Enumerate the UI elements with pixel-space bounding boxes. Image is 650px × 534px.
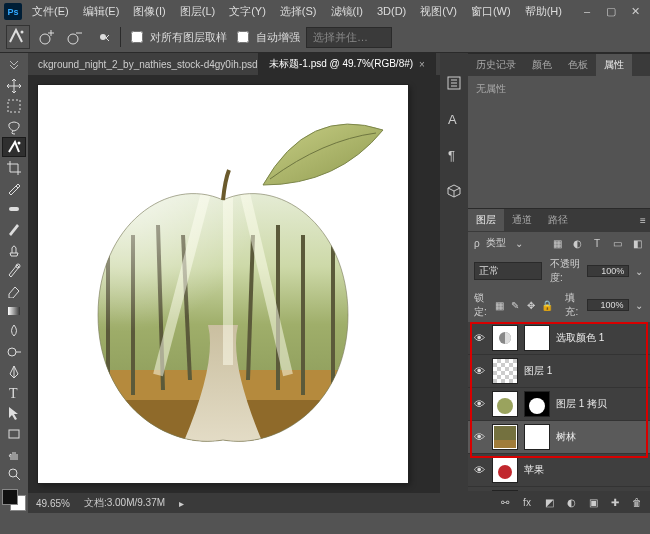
layer-name[interactable]: 图层 1: [524, 364, 552, 378]
lasso-tool[interactable]: [2, 116, 26, 136]
close-icon[interactable]: ×: [419, 59, 425, 70]
zoom-tool[interactable]: [2, 464, 26, 484]
history-panel-icon[interactable]: [444, 73, 464, 93]
menu-help[interactable]: 帮助(H): [521, 4, 566, 19]
hand-tool[interactable]: [2, 444, 26, 464]
filter-adjust-icon[interactable]: ◐: [570, 236, 584, 250]
menu-3d[interactable]: 3D(D): [373, 5, 410, 17]
menu-window[interactable]: 窗口(W): [467, 4, 515, 19]
menu-layer[interactable]: 图层(L): [176, 4, 219, 19]
layer-style-icon[interactable]: fx: [520, 495, 534, 509]
layer-thumb-image[interactable]: [492, 457, 518, 483]
new-adjustment-icon[interactable]: ◐: [564, 495, 578, 509]
delete-layer-icon[interactable]: 🗑: [630, 495, 644, 509]
canvas[interactable]: [38, 85, 408, 483]
opacity-value[interactable]: 100%: [587, 265, 629, 277]
window-close[interactable]: ✕: [624, 3, 646, 19]
zoom-level[interactable]: 49.65%: [36, 498, 70, 509]
chevron-down-icon[interactable]: ⌄: [635, 298, 644, 312]
visibility-eye-icon[interactable]: 👁: [472, 331, 486, 345]
menu-edit[interactable]: 编辑(E): [79, 4, 124, 19]
marquee-tool[interactable]: [2, 96, 26, 116]
chevron-down-icon[interactable]: ⌄: [512, 236, 526, 250]
layer-row[interactable]: 👁 树林: [468, 421, 650, 454]
tab-properties[interactable]: 属性: [596, 54, 632, 76]
layer-row[interactable]: 👁 苹果: [468, 454, 650, 487]
document-tab-1[interactable]: 未标题-1.psd @ 49.7%(RGB/8#) ×: [259, 53, 436, 75]
layer-mask-thumb[interactable]: [524, 391, 550, 417]
visibility-eye-icon[interactable]: 👁: [472, 463, 486, 477]
tab-history[interactable]: 历史记录: [468, 54, 524, 76]
canvas-viewport[interactable]: [28, 75, 440, 493]
link-layers-icon[interactable]: ⚯: [498, 495, 512, 509]
brush-tool[interactable]: [2, 219, 26, 239]
lock-pixels-icon[interactable]: ✎: [511, 298, 520, 312]
layer-mask-thumb[interactable]: [524, 424, 550, 450]
color-swatches[interactable]: [2, 489, 26, 511]
menu-file[interactable]: 文件(E): [28, 4, 73, 19]
menu-type[interactable]: 文字(Y): [225, 4, 270, 19]
window-maximize[interactable]: ▢: [600, 3, 622, 19]
tool-preset-picker[interactable]: [6, 25, 30, 49]
layer-row[interactable]: 👁 背景 🔒: [468, 487, 650, 491]
panel-menu-icon[interactable]: ≡: [636, 213, 650, 227]
filter-shape-icon[interactable]: ▭: [610, 236, 624, 250]
pen-tool[interactable]: [2, 362, 26, 382]
paragraph-panel-icon[interactable]: ¶: [444, 145, 464, 165]
history-brush-tool[interactable]: [2, 260, 26, 280]
quick-selection-tool[interactable]: [2, 137, 26, 158]
visibility-eye-icon[interactable]: 👁: [472, 430, 486, 444]
layer-thumb-image[interactable]: [492, 391, 518, 417]
tab-layers[interactable]: 图层: [468, 209, 504, 231]
layer-thumb-background[interactable]: [492, 490, 518, 491]
auto-enhance-checkbox[interactable]: 自动增强: [233, 28, 300, 46]
menu-image[interactable]: 图像(I): [129, 4, 169, 19]
add-mask-icon[interactable]: ◩: [542, 495, 556, 509]
layer-row[interactable]: 👁 图层 1 拷贝: [468, 388, 650, 421]
menu-view[interactable]: 视图(V): [416, 4, 461, 19]
new-group-icon[interactable]: ▣: [586, 495, 600, 509]
layer-name[interactable]: 图层 1 拷贝: [556, 397, 607, 411]
tab-color[interactable]: 颜色: [524, 54, 560, 76]
tab-swatches[interactable]: 色板: [560, 54, 596, 76]
new-layer-icon[interactable]: ✚: [608, 495, 622, 509]
document-tab-0[interactable]: ckground_night_2_by_nathies_stock-d4gy0i…: [28, 53, 259, 75]
3d-panel-icon[interactable]: [444, 181, 464, 201]
foreground-color-swatch[interactable]: [2, 489, 18, 505]
layer-mask-thumb[interactable]: [524, 325, 550, 351]
expand-toolbox-icon[interactable]: [2, 55, 26, 75]
path-selection-tool[interactable]: [2, 403, 26, 423]
brush-size-icon[interactable]: [92, 26, 114, 48]
brush-remove-icon[interactable]: [64, 26, 86, 48]
eyedropper-tool[interactable]: [2, 178, 26, 198]
layer-thumb-transparent[interactable]: [492, 358, 518, 384]
blend-mode-select[interactable]: 正常: [474, 262, 542, 280]
rectangle-tool[interactable]: [2, 423, 26, 443]
fill-value[interactable]: 100%: [587, 299, 629, 311]
menu-select[interactable]: 选择(S): [276, 4, 321, 19]
layer-thumb-adjustment[interactable]: [492, 325, 518, 351]
chevron-down-icon[interactable]: ⌄: [633, 264, 644, 278]
healing-brush-tool[interactable]: [2, 198, 26, 218]
filter-smart-icon[interactable]: ◧: [630, 236, 644, 250]
window-minimize[interactable]: –: [576, 3, 598, 19]
tab-paths[interactable]: 路径: [540, 209, 576, 231]
layer-name[interactable]: 树林: [556, 430, 576, 444]
blur-tool[interactable]: [2, 321, 26, 341]
dodge-tool[interactable]: [2, 341, 26, 361]
layer-row[interactable]: 👁 选取颜色 1: [468, 322, 650, 355]
chevron-right-icon[interactable]: ▸: [179, 498, 184, 509]
filter-type-icon[interactable]: T: [590, 236, 604, 250]
clone-stamp-tool[interactable]: [2, 239, 26, 259]
lock-transparency-icon[interactable]: ▦: [495, 298, 504, 312]
crop-tool[interactable]: [2, 157, 26, 177]
filter-image-icon[interactable]: ▦: [550, 236, 564, 250]
doc-info[interactable]: 文档:3.00M/9.37M: [84, 496, 165, 510]
layer-name[interactable]: 苹果: [524, 463, 544, 477]
menu-filter[interactable]: 滤镜(I): [327, 4, 367, 19]
sample-all-layers-checkbox[interactable]: 对所有图层取样: [127, 28, 227, 46]
layer-thumb-image[interactable]: [492, 424, 518, 450]
refine-edge-button[interactable]: 选择并住…: [306, 27, 392, 48]
visibility-eye-icon[interactable]: 👁: [472, 364, 486, 378]
visibility-eye-icon[interactable]: 👁: [472, 397, 486, 411]
